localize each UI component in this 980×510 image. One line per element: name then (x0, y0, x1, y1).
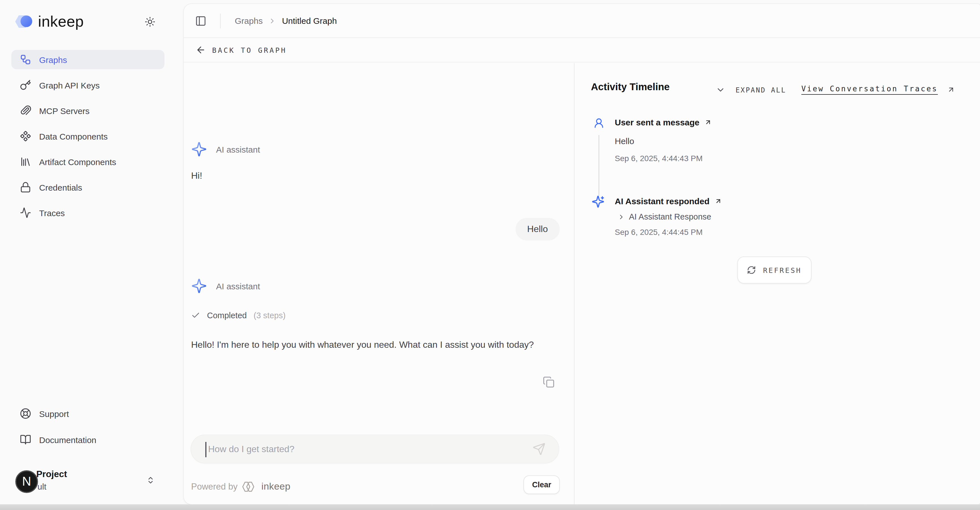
inkeep-hexagons-icon (241, 480, 258, 493)
life-buoy-icon (20, 408, 31, 419)
timeline-entry-timestamp: Sep 6, 2025, 4:44:45 PM (615, 228, 703, 237)
refresh-button-label: REFRESH (763, 266, 802, 274)
sidebar-item-label: Graph API Keys (39, 80, 100, 90)
assistant-response-label: AI Assistant Response (629, 212, 711, 221)
sidebar-item-label: Support (39, 409, 69, 418)
user-message-bubble: Hello (515, 218, 560, 241)
assistant-header: AI assistant (191, 278, 260, 294)
assistant-name: AI assistant (216, 144, 260, 154)
check-icon (191, 311, 200, 320)
clear-button-label: Clear (532, 480, 551, 489)
powered-by[interactable]: Powered by inkeep (191, 480, 290, 493)
project-subtitle: ult (37, 481, 46, 491)
timeline-entry-timestamp: Sep 6, 2025, 4:44:43 PM (615, 154, 703, 163)
brand-wordmark: inkeep (38, 13, 84, 30)
arrow-up-right-icon (947, 86, 955, 94)
completion-status[interactable]: Completed (3 steps) (191, 311, 286, 320)
breadcrumb: Graphs Untitled Graph (235, 16, 337, 26)
sidebar-item-label: Credentials (39, 182, 82, 192)
timeline-connector (598, 135, 599, 196)
library-icon (20, 156, 31, 167)
assistant-message: Hi! (191, 171, 202, 181)
chevron-down-icon[interactable] (716, 85, 725, 95)
divider (220, 13, 221, 28)
sidebar-footer-nav: Support Documentation (11, 404, 164, 449)
timeline-entry-title[interactable]: AI Assistant responded (615, 196, 722, 206)
assistant-message: Hello! I'm here to help you with whateve… (191, 338, 534, 352)
sidebar-item-traces[interactable]: Traces (11, 203, 164, 222)
refresh-button[interactable]: REFRESH (737, 257, 811, 284)
timeline-entry-title[interactable]: User sent a message (615, 118, 712, 127)
sidebar-item-graph-api-keys[interactable]: Graph API Keys (11, 75, 164, 95)
view-conversation-traces-link[interactable]: View Conversation Traces (801, 84, 938, 93)
back-to-graph-button[interactable]: BACK TO GRAPH (184, 38, 980, 62)
expand-all-button[interactable]: EXPAND ALL (735, 86, 786, 94)
sidebar-nav: Graphs Graph API Keys MCP Servers (11, 50, 164, 222)
book-open-icon (20, 434, 31, 445)
chat-panel: AI assistant Hi! Hello AI as (184, 63, 574, 504)
sparkles-icon (592, 195, 605, 208)
sidebar-item-mcp-servers[interactable]: MCP Servers (11, 101, 164, 120)
chat-input[interactable] (207, 435, 522, 463)
top-bar: Graphs Untitled Graph (184, 4, 980, 38)
sidebar-item-label: Artifact Components (39, 157, 116, 166)
text-caret (205, 442, 206, 457)
sidebar-item-data-components[interactable]: Data Components (11, 126, 164, 146)
key-icon (20, 80, 31, 91)
copy-button[interactable] (543, 376, 555, 388)
send-icon (533, 443, 546, 456)
assistant-header: AI assistant (191, 141, 260, 157)
sidebar-item-documentation[interactable]: Documentation (11, 430, 164, 449)
status-steps: (3 steps) (253, 311, 286, 320)
sparkles-icon (191, 278, 207, 294)
assistant-name: AI assistant (216, 281, 260, 291)
assistant-response-toggle[interactable]: AI Assistant Response (617, 212, 711, 221)
sidebar-item-label: Documentation (39, 435, 96, 445)
sidebar-item-label: Traces (39, 208, 65, 218)
brand-logo[interactable]: inkeep (15, 13, 84, 30)
main-panel: Graphs Untitled Graph BACK TO GRAPH (184, 4, 980, 504)
mcp-icon (20, 105, 31, 116)
chevron-right-icon (617, 213, 625, 220)
user-icon (593, 118, 605, 129)
avatar-letter: N (22, 474, 31, 489)
chevron-right-icon (268, 17, 276, 25)
powered-by-brand: inkeep (261, 481, 291, 492)
theme-toggle-button[interactable] (145, 16, 155, 27)
activity-timeline-title: Activity Timeline (591, 81, 670, 93)
sidebar-item-graphs[interactable]: Graphs (11, 50, 164, 69)
powered-by-label: Powered by (191, 481, 238, 492)
sidebar-item-support[interactable]: Support (11, 404, 164, 423)
sidebar-toggle-button[interactable] (195, 15, 207, 26)
sidebar-item-credentials[interactable]: Credentials (11, 178, 164, 197)
page-bottom-band (0, 504, 980, 510)
activity-timeline-panel: Activity Timeline EXPAND ALL View Conver… (574, 63, 980, 504)
sun-icon (145, 16, 155, 27)
refresh-icon (747, 266, 756, 274)
sidebar-item-artifact-components[interactable]: Artifact Components (11, 152, 164, 171)
status-label: Completed (207, 311, 247, 320)
arrow-up-right-icon (705, 119, 712, 126)
breadcrumb-graphs[interactable]: Graphs (235, 16, 262, 26)
timeline-entry-body: Hello (615, 136, 634, 146)
sidebar-item-label: Graphs (39, 55, 67, 64)
project-title: Project (36, 469, 67, 480)
sidebar-item-label: MCP Servers (39, 106, 90, 115)
breadcrumb-current: Untitled Graph (282, 16, 337, 26)
sidebar: inkeep Graphs (0, 0, 184, 504)
sidebar-item-label: Data Components (39, 131, 108, 141)
app-root: inkeep Graphs (0, 0, 980, 510)
content-area: AI assistant Hi! Hello AI as (184, 63, 980, 504)
nextjs-dev-badge[interactable]: N (15, 470, 38, 493)
back-to-graph-label: BACK TO GRAPH (212, 46, 287, 54)
sparkles-icon (191, 141, 207, 157)
arrow-left-icon (196, 45, 206, 55)
arrow-up-right-icon (714, 198, 722, 205)
component-icon (20, 131, 31, 142)
send-button[interactable] (533, 443, 546, 456)
project-selector[interactable]: Project ult N (15, 470, 165, 499)
clear-button[interactable]: Clear (523, 475, 560, 494)
lock-icon (20, 182, 31, 193)
chat-input-container (191, 435, 559, 464)
chevrons-up-down-icon (146, 476, 155, 484)
